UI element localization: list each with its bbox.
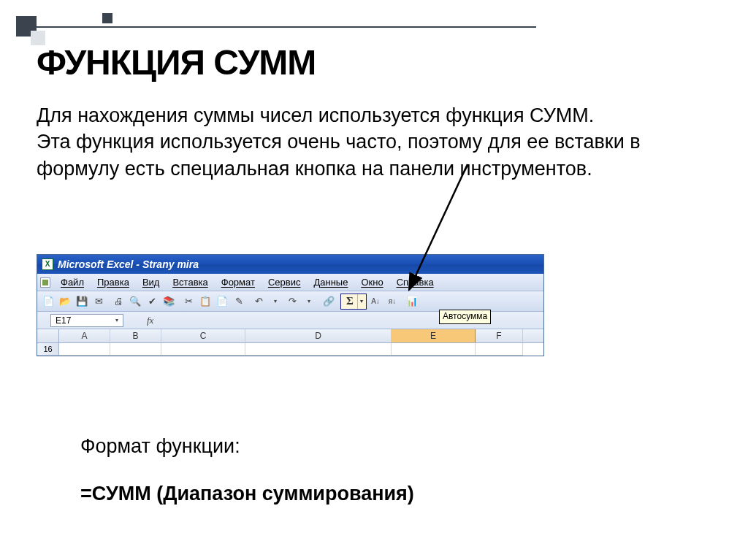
excel-window: X Microsoft Excel - Strany mira Файл Пра…: [37, 254, 544, 356]
chart-icon[interactable]: 📊: [404, 294, 420, 310]
menu-insert[interactable]: Вставка: [167, 275, 213, 289]
separator: [337, 294, 340, 310]
autosum-tooltip: Автосумма: [439, 310, 491, 324]
redo-icon[interactable]: ↷: [284, 294, 300, 310]
window-title: Microsoft Excel - Strany mira: [58, 258, 199, 270]
data-row: 16: [37, 343, 543, 356]
preview-icon[interactable]: 🔍: [127, 294, 143, 310]
format-heading: Формат функции:: [80, 431, 414, 462]
col-header-D[interactable]: D: [245, 329, 392, 342]
col-header-A[interactable]: A: [59, 329, 110, 342]
menu-tools[interactable]: Сервис: [262, 275, 307, 289]
col-header-E[interactable]: E: [392, 329, 476, 342]
separator: [178, 294, 180, 310]
redo-dropdown[interactable]: ▾: [301, 294, 317, 310]
menu-window[interactable]: Окно: [355, 275, 389, 289]
deco-top-line: [37, 26, 536, 28]
cell-C16[interactable]: [161, 343, 245, 356]
menu-file[interactable]: Файл: [55, 275, 90, 289]
save-icon[interactable]: 💾: [74, 294, 90, 310]
row-header-16[interactable]: 16: [37, 343, 59, 356]
select-all-corner[interactable]: [37, 329, 59, 342]
autosum-button[interactable]: Σ: [343, 294, 357, 309]
cell-A16[interactable]: [59, 343, 110, 356]
slide-body: Для нахождения суммы чисел используется …: [37, 102, 726, 182]
cell-B16[interactable]: [110, 343, 161, 356]
cut-icon[interactable]: ✂: [180, 294, 196, 310]
separator: [401, 294, 403, 310]
fx-label[interactable]: fx: [147, 315, 153, 326]
col-header-B[interactable]: B: [110, 329, 161, 342]
cell-F16[interactable]: [476, 343, 523, 356]
menu-help[interactable]: Справка: [391, 275, 440, 289]
undo-dropdown[interactable]: ▾: [267, 294, 283, 310]
menu-view[interactable]: Вид: [137, 275, 166, 289]
autosum-highlighted: Σ ▾: [340, 294, 367, 310]
col-header-C[interactable]: C: [161, 329, 245, 342]
mail-icon[interactable]: ✉: [91, 294, 107, 310]
menubar: Файл Правка Вид Вставка Формат Сервис Да…: [37, 274, 543, 291]
cell-D16[interactable]: [245, 343, 392, 356]
copy-icon[interactable]: 📋: [197, 294, 213, 310]
deco-square-small: [102, 13, 112, 23]
sort-desc-icon[interactable]: я↓: [384, 294, 400, 310]
format-formula: =СУММ (Диапазон суммирования): [80, 478, 414, 510]
new-icon[interactable]: 📄: [40, 294, 56, 310]
sort-asc-icon[interactable]: A↓: [367, 294, 383, 310]
research-icon[interactable]: 📚: [161, 294, 177, 310]
cell-E16[interactable]: [392, 343, 476, 356]
name-box-dropdown-icon: ▾: [115, 317, 118, 323]
format-section: Формат функции: =СУММ (Диапазон суммиров…: [80, 431, 414, 510]
toolbar: 📄 📂 💾 ✉ 🖨 🔍 ✔ 📚 ✂ 📋 📄 ✎ ↶ ▾ ↷ ▾ 🔗 Σ ▾: [37, 291, 543, 312]
open-icon[interactable]: 📂: [57, 294, 73, 310]
menu-doc-icon: [40, 277, 50, 288]
undo-icon[interactable]: ↶: [251, 294, 267, 310]
name-box[interactable]: E17 ▾: [50, 314, 123, 327]
autosum-dropdown[interactable]: ▾: [357, 294, 365, 309]
name-box-value: E17: [56, 315, 71, 326]
sheet-area: A B C D E F 16: [37, 329, 543, 356]
separator: [107, 294, 110, 310]
paragraph-1: Для нахождения суммы чисел используется …: [37, 102, 726, 129]
slide-title: ФУНКЦИЯ СУММ: [37, 42, 316, 83]
menu-edit[interactable]: Правка: [91, 275, 135, 289]
separator: [248, 294, 250, 310]
menu-data[interactable]: Данные: [308, 275, 354, 289]
col-header-F[interactable]: F: [476, 329, 523, 342]
titlebar: X Microsoft Excel - Strany mira: [37, 255, 543, 274]
column-headers: A B C D E F: [37, 329, 543, 343]
menu-format[interactable]: Формат: [215, 275, 261, 289]
paste-icon[interactable]: 📄: [214, 294, 230, 310]
spell-icon[interactable]: ✔: [144, 294, 160, 310]
excel-logo-icon: X: [42, 258, 53, 270]
paragraph-2: Эта функция используется очень часто, по…: [37, 129, 726, 182]
print-icon[interactable]: 🖨: [110, 294, 126, 310]
separator: [318, 294, 320, 310]
link-icon[interactable]: 🔗: [321, 294, 337, 310]
format-painter-icon[interactable]: ✎: [231, 294, 247, 310]
